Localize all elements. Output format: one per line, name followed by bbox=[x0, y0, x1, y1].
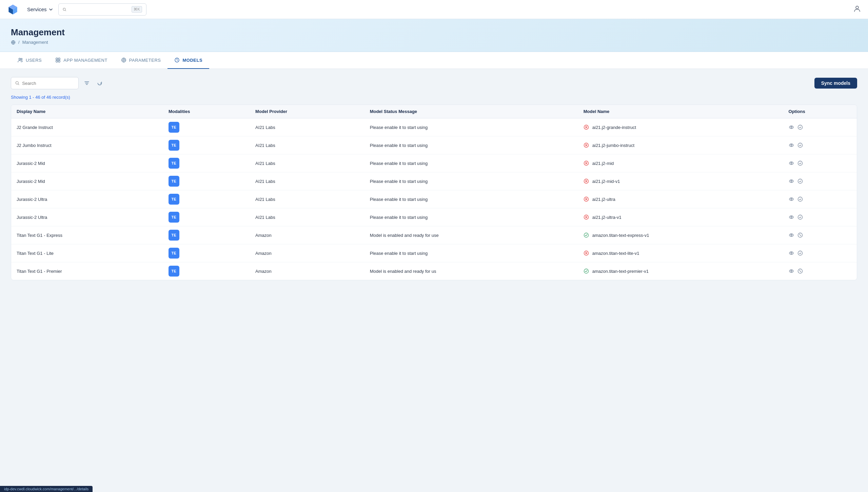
te-badge: TE bbox=[169, 212, 179, 223]
page-header: Management / Management bbox=[0, 19, 868, 52]
app-management-icon bbox=[55, 57, 61, 63]
table-search-input[interactable] bbox=[22, 81, 74, 86]
svg-rect-7 bbox=[56, 60, 58, 62]
cell-model-name: ai21.j2-mid-v1 bbox=[578, 172, 783, 190]
view-option-button[interactable] bbox=[789, 196, 794, 202]
cell-status-message: Please enable it to start using bbox=[364, 190, 578, 208]
te-badge: TE bbox=[169, 122, 179, 133]
tab-parameters-label: PARAMETERS bbox=[129, 58, 161, 63]
svg-point-18 bbox=[789, 144, 793, 147]
search-shortcut: ⌘K bbox=[132, 6, 142, 13]
status-x-icon bbox=[584, 125, 589, 130]
cell-provider: AI21 Labs bbox=[250, 136, 364, 154]
page-title: Management bbox=[11, 27, 857, 38]
model-name-text: ai21.j2-mid bbox=[592, 161, 614, 166]
view-option-button[interactable] bbox=[789, 160, 794, 166]
view-option-button[interactable] bbox=[789, 214, 794, 220]
model-name-text: amazon.titan-text-lite-v1 bbox=[592, 251, 639, 256]
filter-button[interactable] bbox=[82, 78, 92, 88]
cell-provider: AI21 Labs bbox=[250, 208, 364, 226]
te-badge: TE bbox=[169, 230, 179, 241]
cell-modality: TE bbox=[163, 262, 250, 280]
cell-options bbox=[783, 118, 857, 136]
tab-models-label: MODELS bbox=[182, 58, 202, 63]
cell-options bbox=[783, 190, 857, 208]
table-search-icon bbox=[15, 81, 19, 86]
user-icon bbox=[853, 5, 861, 13]
global-search-bar: ⌘K bbox=[58, 3, 146, 16]
view-option-button[interactable] bbox=[789, 250, 794, 256]
breadcrumb-separator: / bbox=[18, 40, 20, 45]
enable-option-button[interactable] bbox=[797, 125, 803, 130]
global-search-input[interactable] bbox=[69, 7, 129, 12]
user-account-button[interactable] bbox=[853, 5, 861, 14]
cell-provider: Amazon bbox=[250, 226, 364, 244]
cell-modality: TE bbox=[163, 226, 250, 244]
services-dropdown-button[interactable]: Services bbox=[24, 4, 56, 14]
cell-display-name: Jurassic-2 Mid bbox=[11, 172, 163, 190]
sync-models-button[interactable]: Sync models bbox=[814, 78, 857, 89]
tab-app-management[interactable]: APP MANAGEMENT bbox=[48, 52, 114, 69]
te-badge: TE bbox=[169, 266, 179, 277]
cell-status-message: Please enable it to start using bbox=[364, 244, 578, 262]
cell-display-name: J2 Grande Instruct bbox=[11, 118, 163, 136]
enable-option-button[interactable] bbox=[797, 196, 803, 202]
parameters-icon bbox=[121, 57, 126, 63]
refresh-icon bbox=[97, 80, 102, 86]
table-row: Titan Text G1 - PremierTEAmazonModel is … bbox=[11, 262, 857, 280]
disable-option-button[interactable] bbox=[797, 268, 803, 274]
view-option-button[interactable] bbox=[789, 143, 794, 148]
view-option-button[interactable] bbox=[789, 232, 794, 238]
cell-status-message: Please enable it to start using bbox=[364, 208, 578, 226]
tab-app-management-label: APP MANAGEMENT bbox=[63, 58, 107, 63]
toolbar-left bbox=[11, 77, 104, 89]
disable-option-button[interactable] bbox=[797, 232, 803, 238]
svg-point-20 bbox=[798, 143, 802, 148]
cell-display-name: Jurassic-2 Ultra bbox=[11, 190, 163, 208]
te-badge: TE bbox=[169, 176, 179, 187]
col-options: Options bbox=[783, 105, 857, 118]
tab-users[interactable]: USERS bbox=[11, 52, 48, 69]
cell-status-message: Model is enabled and ready for us bbox=[364, 262, 578, 280]
toolbar: Sync models bbox=[11, 77, 857, 89]
model-name-text: ai21.j2-ultra-v1 bbox=[592, 215, 622, 220]
models-table: Display Name Modalities Model Provider M… bbox=[11, 105, 857, 280]
refresh-button[interactable] bbox=[95, 78, 104, 88]
col-model-name: Model Name bbox=[578, 105, 783, 118]
enable-option-button[interactable] bbox=[797, 178, 803, 184]
svg-point-36 bbox=[798, 215, 802, 220]
tab-parameters[interactable]: PARAMETERS bbox=[114, 52, 168, 69]
view-option-button[interactable] bbox=[789, 268, 794, 274]
view-option-button[interactable] bbox=[789, 125, 794, 130]
te-badge: TE bbox=[169, 140, 179, 151]
enable-option-button[interactable] bbox=[797, 160, 803, 166]
svg-point-35 bbox=[791, 216, 792, 218]
enable-option-button[interactable] bbox=[797, 143, 803, 148]
cell-status-message: Please enable it to start using bbox=[364, 118, 578, 136]
nav-right bbox=[853, 5, 861, 14]
status-check-icon bbox=[584, 232, 589, 238]
cell-display-name: J2 Jumbo Instruct bbox=[11, 136, 163, 154]
enable-option-button[interactable] bbox=[797, 214, 803, 220]
table-search-wrap bbox=[11, 77, 79, 89]
svg-rect-5 bbox=[56, 58, 58, 60]
svg-point-10 bbox=[123, 59, 124, 61]
cell-modality: TE bbox=[163, 136, 250, 154]
svg-rect-6 bbox=[58, 58, 60, 60]
cell-provider: Amazon bbox=[250, 262, 364, 280]
view-option-button[interactable] bbox=[789, 178, 794, 184]
svg-point-15 bbox=[791, 127, 792, 128]
status-x-icon bbox=[584, 160, 589, 166]
cell-model-name: ai21.j2-ultra bbox=[578, 190, 783, 208]
status-x-icon bbox=[584, 143, 589, 148]
svg-point-38 bbox=[789, 234, 793, 236]
tab-models[interactable]: MODELS bbox=[167, 52, 209, 69]
enable-option-button[interactable] bbox=[797, 250, 803, 256]
users-icon bbox=[18, 57, 23, 63]
svg-point-34 bbox=[789, 216, 793, 219]
svg-point-1 bbox=[856, 6, 859, 9]
cell-display-name: Titan Text G1 - Express bbox=[11, 226, 163, 244]
cell-model-name: amazon.titan-text-premier-v1 bbox=[578, 262, 783, 280]
cell-modality: TE bbox=[163, 118, 250, 136]
col-display-name: Display Name bbox=[11, 105, 163, 118]
